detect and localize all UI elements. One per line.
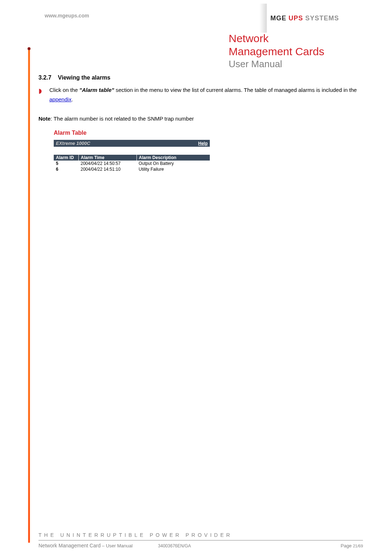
cell-desc: Output On Battery xyxy=(136,161,210,166)
cell-time: 2004/04/22 14:51:10 xyxy=(78,166,136,172)
alarm-gap xyxy=(54,147,210,155)
footer-tagline: THE UNINTERRUPTIBLE POWER PROVIDER xyxy=(38,532,363,538)
content-area: 3.2.7Viewing the alarms ◗ Click on the "… xyxy=(38,74,363,172)
footer-doc-name: Network Management Card xyxy=(38,543,101,548)
appendix-link[interactable]: appendix xyxy=(49,96,72,102)
col-alarm-description: Alarm Description xyxy=(136,155,210,161)
section-heading: 3.2.7Viewing the alarms xyxy=(38,74,363,81)
brand-logo: MGE UPS SYSTEMS xyxy=(260,4,365,33)
alarm-data-table: Alarm ID Alarm Time Alarm Description 5 … xyxy=(54,155,210,172)
logo-part-mge: MGE xyxy=(270,15,286,22)
document-page: www.mgeups.com MGE UPS SYSTEMS Network M… xyxy=(0,0,392,555)
alarm-device-name: EXtreme 1000C xyxy=(56,141,90,146)
table-row: 5 2004/04/22 14:50:57 Output On Battery xyxy=(54,161,210,166)
bullet-paragraph: ◗ Click on the "Alarm table" section in … xyxy=(49,85,363,104)
left-accent-dot xyxy=(28,47,30,50)
note-line: Note: The alarm number is not related to… xyxy=(38,114,363,123)
logo-shadow xyxy=(260,4,267,33)
cell-id: 6 xyxy=(54,166,78,172)
footer-rule xyxy=(38,540,363,540)
table-header-row: Alarm ID Alarm Time Alarm Description xyxy=(54,155,210,161)
footer-doc-title: Network Management Card – User Manual xyxy=(38,543,132,548)
document-title-block: Network Management Cards User Manual xyxy=(229,32,363,70)
bullet-text-pre: Click on the xyxy=(49,87,79,93)
page-footer: THE UNINTERRUPTIBLE POWER PROVIDER Netwo… xyxy=(38,532,363,548)
footer-page: Page 21/69 xyxy=(340,543,363,548)
footer-page-number: 21/69 xyxy=(353,544,363,548)
footer-page-label: Page xyxy=(340,543,353,548)
logo-part-systems: SYSTEMS xyxy=(305,15,339,22)
cell-time: 2004/04/22 14:50:57 xyxy=(78,161,136,166)
note-text: : The alarm number is not related to the… xyxy=(50,116,194,122)
header-url: www.mgeups.com xyxy=(45,13,89,19)
note-label: Note xyxy=(38,116,50,122)
footer-doc-code: 34003676EN/GA xyxy=(132,543,340,548)
left-accent-bar xyxy=(28,48,30,543)
section-number: 3.2.7 xyxy=(38,74,52,81)
logo-text: MGE UPS SYSTEMS xyxy=(267,15,339,22)
alarm-table-screenshot: Alarm Table EXtreme 1000C Help Alarm ID … xyxy=(54,130,210,172)
section-title: Viewing the alarms xyxy=(58,74,111,81)
bullet-text-mid: section in the menu to view the list of … xyxy=(114,87,356,93)
title-line-1: Network xyxy=(229,32,363,45)
footer-row: Network Management Card – User Manual 34… xyxy=(38,543,363,548)
alarm-panel-title: Alarm Table xyxy=(54,130,210,136)
bullet-text-emphasis: "Alarm table" xyxy=(79,87,114,93)
alarm-device-bar: EXtreme 1000C Help xyxy=(54,140,210,147)
bullet-text-post: . xyxy=(72,96,73,102)
bullet-icon: ◗ xyxy=(38,86,42,96)
col-alarm-id: Alarm ID xyxy=(54,155,78,161)
cell-desc: Utility Failure xyxy=(136,166,210,172)
title-subtitle: User Manual xyxy=(229,58,363,70)
alarm-help-link[interactable]: Help xyxy=(198,141,208,146)
cell-id: 5 xyxy=(54,161,78,166)
col-alarm-time: Alarm Time xyxy=(78,155,136,161)
logo-part-ups: UPS xyxy=(289,15,303,22)
footer-doc-sub: – User Manual xyxy=(101,543,132,548)
table-row: 6 2004/04/22 14:51:10 Utility Failure xyxy=(54,166,210,172)
title-line-2: Management Cards xyxy=(229,45,363,58)
